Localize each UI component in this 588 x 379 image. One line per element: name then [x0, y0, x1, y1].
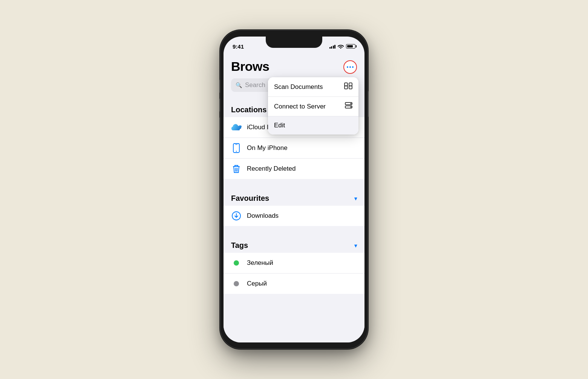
- section-divider-1: [224, 179, 364, 186]
- dropdown-item-edit[interactable]: Edit: [268, 116, 358, 134]
- list-item-tag-gray[interactable]: Серый: [224, 274, 364, 294]
- page-title: Brows: [231, 59, 269, 74]
- screen-content: Brows 🔍 Search Scan Documents: [224, 53, 364, 342]
- tags-label: Tags: [231, 241, 248, 250]
- favourites-label: Favourites: [231, 194, 269, 203]
- phone-frame: 9:41: [220, 31, 368, 348]
- section-divider-2: [224, 226, 364, 234]
- dropdown-item-server[interactable]: Connect to Server: [268, 97, 358, 116]
- tag-gray-label: Серый: [247, 280, 267, 287]
- list-item-tag-green[interactable]: Зеленый: [224, 253, 364, 274]
- list-item-recently-deleted[interactable]: Recently Deleted: [224, 159, 364, 179]
- notch: [266, 37, 322, 48]
- scan-doc-icon: [344, 83, 352, 91]
- svg-rect-3: [349, 86, 352, 89]
- list-item-downloads[interactable]: Downloads: [224, 206, 364, 226]
- downloads-icon: [231, 211, 242, 221]
- search-placeholder: Search: [245, 81, 265, 89]
- svg-rect-2: [345, 86, 348, 89]
- svg-rect-1: [349, 83, 352, 86]
- dropdown-server-label: Connect to Server: [274, 103, 326, 110]
- favourites-list: Downloads: [224, 206, 364, 226]
- chevron-down-icon-tags: ▾: [354, 243, 357, 249]
- dropdown-edit-label: Edit: [274, 122, 285, 129]
- iphone-label: On My iPhone: [247, 144, 288, 152]
- search-icon: 🔍: [236, 82, 242, 88]
- svg-rect-0: [345, 83, 348, 86]
- downloads-label: Downloads: [247, 212, 279, 220]
- status-icons: [329, 41, 356, 49]
- battery-icon: [346, 44, 355, 49]
- list-item-iphone[interactable]: On My iPhone: [224, 138, 364, 159]
- dropdown-item-scan[interactable]: Scan Documents: [268, 77, 358, 97]
- tags-section-header[interactable]: Tags ▾: [224, 234, 364, 253]
- wifi-icon: [338, 44, 344, 49]
- more-dots-icon: [347, 66, 354, 68]
- tag-green-icon: [231, 258, 242, 268]
- svg-point-5: [351, 103, 352, 104]
- locations-label: Locations: [231, 105, 266, 114]
- svg-point-7: [351, 107, 352, 108]
- iphone-icon: [231, 143, 242, 153]
- signal-icon: [329, 44, 336, 49]
- dropdown-scan-label: Scan Documents: [274, 83, 323, 91]
- more-button[interactable]: [343, 60, 357, 74]
- phone-screen: 9:41: [224, 37, 364, 342]
- icloud-icon: [231, 122, 242, 133]
- status-time: 9:41: [233, 40, 244, 50]
- tag-green-label: Зеленый: [247, 259, 273, 267]
- dropdown-menu: Scan Documents Connect to Server: [268, 77, 358, 134]
- recently-deleted-label: Recently Deleted: [247, 165, 296, 173]
- svg-point-9: [236, 151, 237, 151]
- trash-icon: [231, 164, 242, 174]
- tag-gray-icon: [231, 278, 242, 289]
- chevron-down-icon: ▾: [354, 196, 357, 202]
- tags-list: Зеленый Серый: [224, 253, 364, 294]
- server-icon: [345, 102, 352, 111]
- svg-rect-10: [235, 144, 237, 145]
- favourites-section-header[interactable]: Favourites ▾: [224, 186, 364, 206]
